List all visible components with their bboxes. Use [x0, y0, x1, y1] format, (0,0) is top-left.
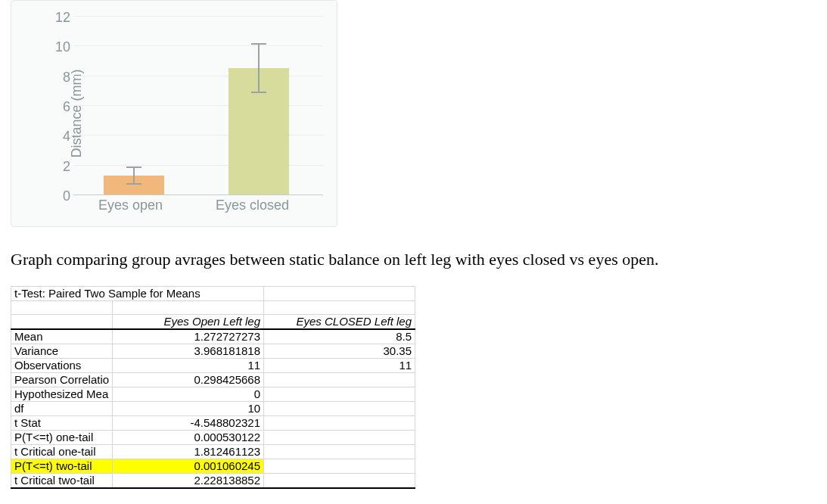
table-row: P(T<=t) two-tail 0.001060245	[11, 459, 415, 474]
errorbar-eyes-open	[133, 166, 135, 185]
table-row: df 10	[11, 402, 415, 416]
plot-area	[73, 16, 323, 194]
y-tick-10: 10	[48, 39, 70, 55]
x-category-eyes-open: Eyes open	[98, 198, 163, 213]
table-row: Pearson Correlatio 0.298425668	[11, 373, 415, 387]
table-row: Variance 3.968181818 30.35	[11, 344, 415, 359]
table-row: t Stat -4.548802321	[11, 416, 415, 431]
table-row: t Critical one-tail 1.812461123	[11, 445, 415, 459]
table-row: P(T<=t) one-tail 0.000530122	[11, 431, 415, 445]
table-row: Mean 1.272727273 8.5	[11, 329, 415, 344]
ttest-ptwotail-label: P(T<=t) two-tail	[11, 459, 113, 474]
y-tick-8: 8	[48, 70, 70, 86]
errorbar-eyes-closed	[258, 43, 260, 93]
table-row: t Critical two-tail 2.228138852	[11, 474, 415, 489]
ttest-title: t-Test: Paired Two Sample for Means	[11, 287, 264, 301]
y-tick-4: 4	[48, 129, 70, 145]
y-tick-0: 0	[48, 188, 70, 204]
ttest-ptwotail-value: 0.001060245	[113, 459, 264, 474]
ttest-header-closed: Eyes CLOSED Left leg	[264, 315, 415, 330]
y-tick-12: 12	[48, 10, 70, 26]
ttest-table: t-Test: Paired Two Sample for Means Eyes…	[11, 286, 415, 489]
y-tick-2: 2	[48, 159, 70, 175]
table-row: Hypothesized Mea 0	[11, 387, 415, 402]
chart-caption: Graph comparing group avrages between st…	[11, 250, 658, 269]
y-tick-6: 6	[48, 99, 70, 115]
table-row: Observations 11 11	[11, 359, 415, 373]
x-category-eyes-closed: Eyes closed	[216, 198, 289, 213]
ttest-header-open: Eyes Open Left leg	[113, 315, 264, 330]
balance-bar-chart: Distance (mm) 0 2 4 6 8 10 12	[11, 0, 337, 227]
